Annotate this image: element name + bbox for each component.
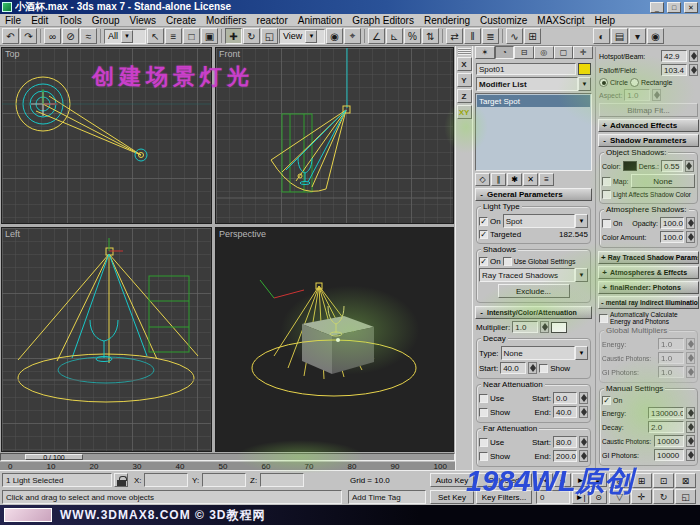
axis-y-button[interactable]: Y: [457, 73, 472, 87]
rollout-raytraced-shadow-params[interactable]: + Ray Traced Shadow Params: [598, 251, 699, 264]
multiplier-spinner[interactable]: [540, 321, 549, 333]
viewport-perspective-label[interactable]: Perspective: [219, 229, 266, 239]
light-on-checkbox[interactable]: ✓: [479, 217, 488, 226]
toolbar-drag-handle[interactable]: [458, 48, 471, 55]
axis-xy-button[interactable]: XY: [457, 105, 472, 119]
shadow-type-dropdown[interactable]: Ray Traced Shadows▼: [479, 268, 588, 282]
menu-file[interactable]: File: [0, 14, 26, 27]
axis-x-button[interactable]: X: [457, 57, 472, 71]
auto-calc-checkbox[interactable]: [599, 314, 608, 323]
use-pivot-center-button[interactable]: ◉: [326, 28, 343, 44]
far-start-spinner[interactable]: [579, 436, 588, 448]
opacity-field[interactable]: 100.0: [660, 217, 684, 229]
render-type-button[interactable]: ▾: [629, 28, 646, 44]
multiplier-field[interactable]: 1.0: [512, 321, 538, 333]
targeted-checkbox[interactable]: ✓: [479, 230, 488, 239]
quick-render-button[interactable]: ◉: [647, 28, 664, 44]
menu-modifiers[interactable]: Modifiers: [201, 14, 252, 27]
viewport-top-label[interactable]: Top: [5, 49, 20, 59]
zoom-extents-button[interactable]: ⊡: [653, 473, 674, 488]
bind-spacewarp-button[interactable]: ≈: [80, 28, 97, 44]
manual-caustic-field[interactable]: 10000: [654, 435, 684, 447]
menu-reactor[interactable]: reactor: [252, 14, 293, 27]
global-gi-spinner[interactable]: [686, 366, 695, 378]
remove-modifier-button[interactable]: ✕: [523, 173, 538, 186]
circle-radio[interactable]: [599, 78, 608, 87]
spinner-snap-button[interactable]: ⇅: [422, 28, 439, 44]
time-slider-track[interactable]: 0 / 100: [0, 453, 455, 461]
opacity-spinner[interactable]: [686, 217, 695, 229]
global-gi-field[interactable]: 1.0: [658, 366, 684, 378]
select-object-button[interactable]: ↖: [147, 28, 164, 44]
menu-views[interactable]: Views: [125, 14, 162, 27]
viewport-left[interactable]: Left: [1, 227, 212, 452]
min-max-toggle-button[interactable]: ◱: [675, 489, 696, 504]
selection-filter-dropdown[interactable]: All▼: [104, 29, 146, 44]
reference-coord-dropdown[interactable]: View▼: [279, 29, 325, 44]
time-slider-knob[interactable]: 0 / 100: [25, 454, 83, 460]
manual-decay-spinner[interactable]: [686, 421, 695, 433]
tab-modify[interactable]: ◔: [495, 46, 515, 59]
hotspot-field[interactable]: 42.9: [661, 50, 687, 62]
decay-start-spinner[interactable]: [528, 362, 537, 374]
rollout-advanced-effects[interactable]: + Advanced Effects: [598, 119, 699, 132]
render-scene-button[interactable]: ▤: [611, 28, 628, 44]
rollout-mental-ray-indirect[interactable]: - mental ray Indirect Illumination: [598, 296, 699, 309]
global-energy-spinner[interactable]: [686, 338, 695, 350]
curve-editor-button[interactable]: ∿: [506, 28, 523, 44]
decay-type-dropdown[interactable]: None▼: [501, 346, 588, 360]
exclude-button[interactable]: Exclude...: [498, 284, 570, 298]
tab-hierarchy[interactable]: ⊟: [514, 46, 534, 59]
rectangle-radio[interactable]: [630, 78, 639, 87]
manual-gi-spinner[interactable]: [686, 449, 695, 461]
near-end-field[interactable]: 40.0: [553, 406, 577, 418]
aspect-field[interactable]: 1.0: [624, 89, 650, 101]
rollout-intensity[interactable]: - Intensity/Color/Attenuation: [475, 306, 592, 319]
use-global-checkbox[interactable]: [503, 257, 512, 266]
rollout-general-parameters[interactable]: - General Parameters: [475, 188, 592, 201]
track-bar-ruler[interactable]: 0 10 20 30 40 50 60 70 80 90 100: [0, 461, 455, 470]
far-use-checkbox[interactable]: [479, 438, 488, 447]
close-button[interactable]: ✕: [684, 2, 698, 13]
maximize-button[interactable]: □: [667, 2, 681, 13]
mirror-button[interactable]: ⇄: [446, 28, 463, 44]
select-by-name-button[interactable]: ≡: [165, 28, 182, 44]
percent-snap-button[interactable]: %: [404, 28, 421, 44]
menu-tools[interactable]: Tools: [53, 14, 86, 27]
select-and-scale-button[interactable]: ◱: [261, 28, 278, 44]
make-unique-button[interactable]: ✱: [507, 173, 522, 186]
arc-rotate-button[interactable]: ↻: [653, 489, 674, 504]
shadow-color-swatch[interactable]: [623, 161, 637, 171]
near-end-spinner[interactable]: [579, 406, 588, 418]
near-start-spinner[interactable]: [579, 392, 588, 404]
menu-customize[interactable]: Customize: [475, 14, 532, 27]
select-and-rotate-button[interactable]: ↻: [243, 28, 260, 44]
zoom-all-button[interactable]: ⊞: [631, 473, 652, 488]
material-editor-button[interactable]: ◐: [593, 28, 610, 44]
stack-item-selected[interactable]: Target Spot: [477, 95, 590, 107]
near-use-checkbox[interactable]: [479, 394, 488, 403]
object-name-field[interactable]: Spot01: [476, 63, 576, 75]
viewport-perspective[interactable]: Perspective: [215, 227, 454, 452]
menu-maxscript[interactable]: MAXScript: [532, 14, 589, 27]
bitmap-fit-button[interactable]: Bitmap Fit...: [599, 103, 698, 117]
near-show-checkbox[interactable]: [479, 408, 488, 417]
light-affects-checkbox[interactable]: [602, 190, 611, 199]
modifier-stack[interactable]: Target Spot: [475, 93, 592, 171]
configure-modifier-button[interactable]: ≡: [539, 173, 554, 186]
menu-edit[interactable]: Edit: [26, 14, 53, 27]
axis-z-button[interactable]: Z: [457, 89, 472, 103]
tab-create[interactable]: ✶: [475, 46, 495, 59]
rollout-finalrender-photons[interactable]: + finalRender: Photons: [598, 281, 699, 294]
show-end-result-button[interactable]: ∥: [491, 173, 506, 186]
rollout-atmospheres-effects[interactable]: + Atmospheres & Effects: [598, 266, 699, 279]
y-coordinate-field[interactable]: [202, 473, 246, 487]
region-select-button[interactable]: □: [183, 28, 200, 44]
far-end-field[interactable]: 200.0: [553, 450, 577, 462]
redo-button[interactable]: ↷: [20, 28, 37, 44]
shadow-map-button[interactable]: None: [631, 174, 695, 188]
shadow-map-checkbox[interactable]: [602, 177, 611, 186]
rollout-shadow-parameters[interactable]: - Shadow Parameters: [598, 134, 699, 147]
menu-create[interactable]: Create: [161, 14, 201, 27]
light-color-swatch[interactable]: [578, 63, 591, 75]
